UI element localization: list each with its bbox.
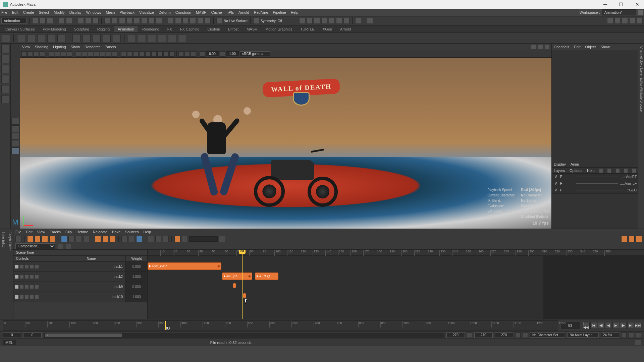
xgen-icon[interactable] xyxy=(367,18,373,24)
menu-mash[interactable]: MASH xyxy=(196,10,207,14)
te-composition-select[interactable]: Composition1 xyxy=(15,243,55,249)
shelftoggle-icon[interactable] xyxy=(2,34,10,42)
tab-fxcache[interactable]: FX Caching xyxy=(177,26,203,32)
te-tool-7[interactable] xyxy=(76,236,82,242)
viewport[interactable]: WALL of DEATH Playback Speed:Real [24 fp… xyxy=(20,58,551,229)
sel-comp-icon[interactable] xyxy=(93,18,99,24)
tab-xgen[interactable]: XGen xyxy=(319,26,335,32)
select-tool-icon[interactable] xyxy=(1,45,9,53)
menu-npls[interactable]: nPls xyxy=(227,10,234,14)
vpt-colormgmt-select[interactable]: sRGB gamma xyxy=(240,51,270,56)
step-back-button[interactable]: ◀| xyxy=(598,322,604,329)
ql-icon-1[interactable] xyxy=(11,118,19,125)
rp-sub-icon-2[interactable] xyxy=(607,169,611,173)
menu-playback[interactable]: Playback xyxy=(119,10,135,14)
sel-hier-icon[interactable] xyxy=(78,18,84,24)
script-editor-icon[interactable] xyxy=(635,340,641,345)
te-clip-small-1[interactable] xyxy=(233,283,236,288)
vpt-gamma-icon[interactable] xyxy=(220,51,225,57)
menu-cache[interactable]: Cache xyxy=(211,10,222,14)
te-menu-bake[interactable]: Bake xyxy=(112,230,120,234)
te-tool-19[interactable] xyxy=(182,236,188,242)
range-opt-icon-2[interactable] xyxy=(523,333,528,338)
te-tool-14[interactable] xyxy=(136,236,142,242)
rp-sub-icon-1[interactable] xyxy=(599,169,603,173)
te-search-input[interactable] xyxy=(189,236,218,242)
menu-windows[interactable]: Windows xyxy=(86,10,101,14)
te-ruler[interactable]: 1020304050607080901001101201301401501601… xyxy=(148,250,644,256)
vpt-exposure-field[interactable]: 0.00 xyxy=(206,51,219,56)
step-forward-button[interactable]: |▶ xyxy=(620,322,627,329)
workspace-select[interactable]: Animation* xyxy=(602,9,636,15)
te-menu-clip[interactable]: Clip xyxy=(65,230,72,234)
vpt-icon-16[interactable] xyxy=(121,51,126,57)
shelf-btn-14[interactable] xyxy=(158,34,166,42)
vpt-icon-8[interactable] xyxy=(67,51,72,57)
range-opt-icon-1[interactable] xyxy=(515,333,521,338)
tab-poly[interactable]: Poly Modeling xyxy=(39,26,69,32)
tab-arnold[interactable]: Arnold xyxy=(337,26,354,32)
vpt-icon-4[interactable] xyxy=(40,51,45,57)
vpt-icon-19[interactable] xyxy=(139,51,145,57)
layer-row[interactable]: VP...::GEO xyxy=(552,187,638,194)
vpt-icon-14[interactable] xyxy=(106,51,111,57)
snap1-icon[interactable] xyxy=(168,18,174,24)
rp-sub-help[interactable]: Help xyxy=(587,169,595,173)
vpt-icon-12[interactable] xyxy=(94,51,99,57)
rp-tab-channels[interactable]: Channels xyxy=(554,45,569,49)
vp-menu-lighting[interactable]: Lighting xyxy=(53,45,66,49)
menu-rednine[interactable]: RedNine xyxy=(254,10,268,14)
vpt-icon-25[interactable] xyxy=(178,51,184,57)
shelf-btn-13[interactable] xyxy=(148,34,156,42)
vpt-icon-23[interactable] xyxy=(163,51,169,57)
te-tool-6[interactable] xyxy=(68,236,74,242)
vpt-icon-7[interactable] xyxy=(61,51,66,57)
tab-bifrost[interactable]: Bifrost xyxy=(225,26,242,32)
shelf-btn-4[interactable] xyxy=(47,34,55,42)
menu-modify[interactable]: Modify xyxy=(54,10,64,14)
vpt-icon-26[interactable] xyxy=(184,51,190,57)
te-menu-file[interactable]: File xyxy=(15,230,21,234)
ql-icon-3[interactable] xyxy=(11,133,19,139)
shelf-btn-11[interactable] xyxy=(128,34,136,42)
te-tool-r3[interactable] xyxy=(636,236,642,242)
te-comp-btn-1[interactable] xyxy=(58,244,63,249)
layout1-icon[interactable] xyxy=(607,18,613,24)
lasso-tool-icon[interactable] xyxy=(1,55,9,63)
undo-icon[interactable] xyxy=(59,18,65,24)
te-tool-2[interactable] xyxy=(35,236,41,242)
shelf-btn-7[interactable] xyxy=(83,34,91,42)
vpt-icon-18[interactable] xyxy=(133,51,139,57)
te-menu-help[interactable]: Help xyxy=(144,230,151,234)
tab-turtle[interactable]: TURTLE xyxy=(297,26,318,32)
range-endout-field[interactable]: 270 xyxy=(474,333,493,338)
menu-constrain[interactable]: Constrain xyxy=(175,10,191,14)
snap4-icon[interactable] xyxy=(190,18,196,24)
te-track-row[interactable]: track101.000 xyxy=(13,292,147,302)
layout2-icon[interactable] xyxy=(614,18,621,24)
layer-row[interactable]: VP...::ArmRT xyxy=(552,174,638,180)
te-tool-11[interactable] xyxy=(110,236,116,242)
time-slider-ruler[interactable]: 83 0501001502002503003504004505005506006… xyxy=(3,320,558,330)
mask7-icon[interactable] xyxy=(149,18,155,24)
te-clip-small-2[interactable] xyxy=(243,293,246,298)
rp-ltab-display[interactable]: Display xyxy=(554,162,566,166)
play-forward-button[interactable]: ▶ xyxy=(612,322,619,329)
te-menu-retime[interactable]: Retime xyxy=(76,230,88,234)
range-slider-handle[interactable] xyxy=(45,334,122,337)
snap6-icon[interactable] xyxy=(205,18,211,24)
layout3-icon[interactable] xyxy=(622,18,628,24)
hypershade-icon[interactable] xyxy=(336,18,342,24)
scale-tool-icon[interactable] xyxy=(1,85,9,93)
te-clip-3[interactable]: a…3 xyxy=(255,273,278,280)
te-menu-tracks[interactable]: Tracks xyxy=(50,230,61,234)
vpt-icon-2[interactable] xyxy=(28,51,33,57)
shelf-btn-5[interactable] xyxy=(57,34,65,42)
redo-icon[interactable] xyxy=(66,18,72,24)
te-tool-9[interactable] xyxy=(95,236,101,242)
te-vtab-time[interactable]: Time Editor xyxy=(0,229,7,319)
right-sidebar-tabs[interactable]: Channel Box / Layer Editor Attribute Bro… xyxy=(638,44,644,229)
rp-sub-layers[interactable]: Layers xyxy=(554,169,565,173)
te-tool-20[interactable] xyxy=(219,236,225,242)
shelf-btn-8[interactable] xyxy=(93,34,101,42)
